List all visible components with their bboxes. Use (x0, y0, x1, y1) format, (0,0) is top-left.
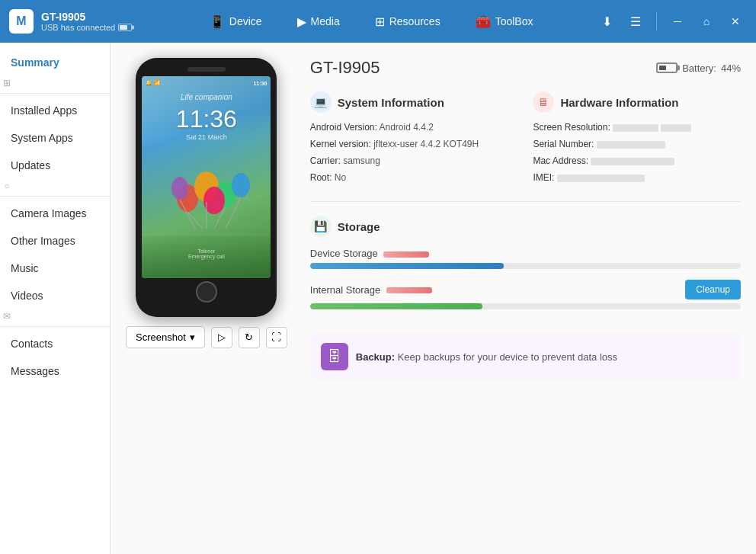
nav-tab-device[interactable]: 📱 Device (196, 8, 276, 35)
kernel-label: Kernel version: (310, 139, 371, 149)
expand-button[interactable]: ⛶ (266, 327, 287, 348)
storage-icon: 💾 (310, 216, 332, 237)
mac-value-blur (591, 158, 674, 165)
backup-label: Backup: (356, 351, 395, 363)
device-storage-label-row: Device Storage (310, 248, 741, 259)
svg-point-3 (232, 173, 250, 197)
device-storage-used-indicator (383, 251, 429, 258)
sidebar-item-messages-label: Messages (11, 365, 59, 377)
svg-line-6 (187, 212, 203, 229)
nav-tab-resources[interactable]: ⊞ Resources (361, 8, 454, 35)
android-version-row: Android Version: Android 4.4.2 (310, 120, 518, 134)
menu-button[interactable]: ☰ (624, 10, 647, 33)
hardware-info-title: Hardware Information (560, 96, 678, 109)
kernel-row: Kernel version: jfltexx-user 4.4.2 KOT49… (310, 137, 518, 151)
device-title-row: GT-I9905 Battery: 44% (310, 58, 741, 78)
sidebar-item-summary[interactable]: Summary (0, 49, 110, 76)
carrier-value: samsung (343, 155, 380, 166)
battery-icon-large (656, 62, 678, 73)
screenshot-button[interactable]: Screenshot ▾ (126, 326, 205, 348)
balloon-decoration (165, 156, 256, 232)
phone-status-bar: 🔔 📶 11:36 (142, 76, 271, 90)
device-storage-bar-fill (310, 263, 504, 269)
resolution-value-blur2 (661, 124, 691, 132)
titlebar-divider (656, 12, 657, 30)
backup-row: 🗄 Backup: Keep backups for your device t… (310, 334, 741, 379)
system-info-card: 💻 System Information Android Version: An… (310, 91, 518, 187)
internal-storage-used-indicator (386, 287, 432, 293)
carrier-row: Carrier: samsung (310, 154, 518, 168)
backup-text: Backup: Keep backups for your device to … (356, 351, 617, 363)
nav-tab-toolbox[interactable]: 🧰 ToolBox (462, 8, 547, 35)
system-info-title: System Information (338, 96, 444, 109)
info-panel: GT-I9905 Battery: 44% 💻 System Informati… (310, 58, 741, 539)
internal-storage-bar-bg (310, 303, 741, 309)
status-icons-left: 🔔 📶 (146, 80, 161, 86)
restore-button[interactable]: ⌂ (695, 10, 718, 33)
battery-info: Battery: 44% (656, 62, 741, 74)
sidebar-item-contacts[interactable]: Contacts (0, 330, 110, 357)
device-info-header: GT-I9905 USB has connected (41, 11, 132, 32)
refresh-button[interactable]: ↻ (239, 327, 260, 348)
nav-tab-toolbox-label: ToolBox (495, 15, 533, 27)
refresh-icon: ↻ (245, 331, 253, 343)
system-info-icon: 💻 (310, 91, 332, 113)
sidebar-item-installed-apps[interactable]: Installed Apps (0, 97, 110, 124)
sidebar-item-camera-images[interactable]: Camera Images (0, 200, 110, 227)
backup-description: Keep backups for your device to prevent … (398, 351, 617, 363)
storage-title-row: 💾 Storage (310, 216, 741, 237)
svg-point-4 (171, 177, 188, 200)
root-row: Root: No (310, 171, 518, 184)
serial-value-blur (597, 141, 665, 149)
window-controls: ⬇ ☰ ─ ⌂ ✕ (595, 10, 747, 33)
sidebar-item-system-apps-label: System Apps (11, 132, 73, 144)
nav-tab-resources-label: Resources (389, 15, 440, 27)
logo-letter: M (16, 14, 26, 28)
sidebar-item-videos-label: Videos (11, 290, 43, 302)
hardware-info-header: 🖥 Hardware Information (533, 91, 741, 113)
sidebar-envelope-icon: ✉ (0, 309, 14, 323)
sidebar-item-messages[interactable]: Messages (0, 357, 110, 385)
sidebar: Summary ⊞ Installed Apps System Apps Upd… (0, 43, 111, 554)
sidebar-item-other-images[interactable]: Other Images (0, 227, 110, 255)
battery-percentage: 44% (721, 62, 741, 74)
sidebar-item-videos[interactable]: Videos (0, 282, 110, 309)
storage-section: 💾 Storage Device Storage (310, 216, 741, 320)
device-model-title: GT-I9905 (310, 58, 380, 78)
download-button[interactable]: ⬇ (595, 10, 618, 33)
sidebar-item-contacts-label: Contacts (11, 338, 53, 350)
android-version-value: Android 4.4.2 (380, 122, 434, 133)
media-nav-icon: ▶ (297, 14, 306, 29)
main-nav: 📱 Device ▶ Media ⊞ Resources 🧰 ToolBox (147, 8, 595, 35)
phone-screen: 🔔 📶 11:36 Life companion 11:36 Sat 21 Ma… (142, 76, 271, 278)
content-area: 🔔 📶 11:36 Life companion 11:36 Sat 21 Ma… (111, 43, 756, 554)
battery-fill (120, 25, 127, 30)
kernel-value: jfltexx-user 4.4.2 KOT49H (373, 139, 479, 149)
backup-icon: 🗄 (321, 343, 348, 370)
screenshot-controls: Screenshot ▾ ▷ ↻ ⛶ (126, 326, 287, 348)
cleanup-button[interactable]: Cleanup (685, 280, 741, 299)
hardware-info-card: 🖥 Hardware Information Screen Resolution… (533, 91, 741, 187)
battery-label: Battery: (682, 62, 716, 74)
sidebar-grid-icon: ⊞ (0, 76, 14, 90)
device-name: GT-I9905 (41, 11, 132, 23)
sidebar-item-system-apps[interactable]: System Apps (0, 124, 110, 152)
sidebar-item-music[interactable]: Music (0, 255, 110, 282)
sidebar-item-updates[interactable]: Updates (0, 152, 110, 179)
nav-tab-media[interactable]: ▶ Media (284, 8, 354, 35)
android-version-label: Android Version: (310, 122, 377, 133)
nav-tab-device-label: Device (229, 15, 262, 27)
toolbox-nav-icon: 🧰 (476, 14, 491, 29)
sidebar-item-updates-label: Updates (11, 159, 50, 171)
internal-storage-label: Internal Storage (310, 284, 435, 296)
mac-row: Mac Address: (533, 154, 741, 168)
system-info-header: 💻 System Information (310, 91, 518, 113)
sidebar-item-music-label: Music (11, 262, 39, 274)
internal-storage-bar-fill (310, 303, 482, 309)
imei-value-blur (557, 175, 645, 182)
sidebar-item-installed-apps-label: Installed Apps (11, 104, 77, 117)
phone-time-big: 11:36 (142, 105, 271, 133)
minimize-button[interactable]: ─ (666, 10, 689, 33)
play-button[interactable]: ▷ (211, 327, 232, 348)
close-button[interactable]: ✕ (724, 10, 747, 33)
